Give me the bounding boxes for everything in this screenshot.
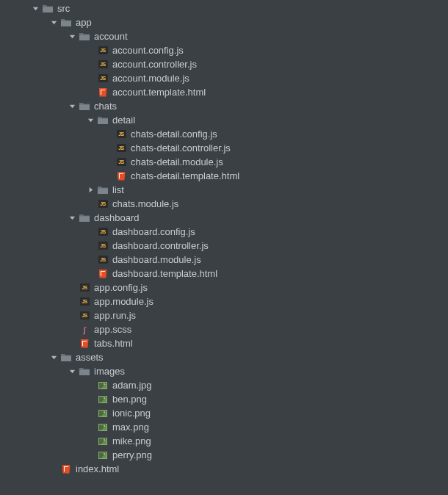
tree-row[interactable]: index.html <box>0 462 448 476</box>
folder-label: detail <box>112 115 135 126</box>
folder-label: account <box>94 31 128 42</box>
folder-icon <box>79 213 90 223</box>
tree-row[interactable]: JSapp.module.js <box>0 295 448 308</box>
tree-row[interactable]: JSdashboard.config.js <box>0 225 448 239</box>
file-label: app.module.js <box>94 296 153 307</box>
file-tree: srcappaccountJSaccount.config.jsJSaccoun… <box>0 1 448 476</box>
tree-row[interactable]: JSchats.module.js <box>0 197 448 211</box>
chevron-down-icon[interactable] <box>49 354 58 361</box>
file-label: index.html <box>76 463 119 474</box>
file-label: dashboard.config.js <box>112 226 195 237</box>
html-file-icon <box>79 339 90 349</box>
tree-row[interactable]: account <box>0 29 448 43</box>
tree-row[interactable]: JSaccount.module.js <box>0 71 448 85</box>
file-label: tabs.html <box>94 338 133 349</box>
tree-row[interactable]: ∫app.scss <box>0 322 448 336</box>
file-label: ben.png <box>112 394 147 405</box>
chevron-down-icon[interactable] <box>68 368 76 375</box>
html-file-icon <box>61 464 71 474</box>
file-label: chats-detail.template.html <box>131 170 239 181</box>
file-label: chats-detail.module.js <box>131 156 223 167</box>
tree-row[interactable]: src <box>0 1 448 15</box>
tree-row[interactable]: ionic.png <box>0 406 448 420</box>
js-file-icon: JS <box>79 283 90 293</box>
js-file-icon: JS <box>116 129 126 140</box>
scss-file-icon: ∫ <box>79 325 90 335</box>
js-file-icon: JS <box>116 157 126 167</box>
file-label: adam.jpg <box>112 380 151 391</box>
folder-icon <box>79 101 90 112</box>
file-label: app.run.js <box>94 310 136 321</box>
file-label: account.controller.js <box>112 59 197 70</box>
folder-icon <box>79 366 90 377</box>
js-file-icon: JS <box>116 143 126 153</box>
folder-label: src <box>57 3 70 14</box>
tree-row[interactable]: JSchats-detail.controller.js <box>0 141 448 155</box>
tree-row[interactable]: max.png <box>0 420 448 434</box>
tree-row[interactable]: mike.png <box>0 434 448 448</box>
chevron-down-icon[interactable] <box>31 5 40 12</box>
file-label: chats-detail.controller.js <box>131 142 231 153</box>
folder-label: list <box>112 184 124 195</box>
tree-row[interactable]: dashboard <box>0 211 448 225</box>
file-label: account.module.js <box>112 73 189 84</box>
file-label: chats.module.js <box>112 198 178 209</box>
tree-row[interactable]: JSapp.config.js <box>0 281 448 295</box>
file-label: ionic.png <box>112 408 151 419</box>
tree-row[interactable]: chats-detail.template.html <box>0 169 448 183</box>
tree-row[interactable]: images <box>0 364 448 378</box>
file-label: account.config.js <box>112 45 184 56</box>
tree-row[interactable]: JSdashboard.controller.js <box>0 239 448 253</box>
image-file-icon <box>98 436 108 447</box>
folder-label: dashboard <box>94 212 139 223</box>
image-file-icon <box>98 422 108 433</box>
tree-row[interactable]: JSchats-detail.module.js <box>0 155 448 169</box>
file-label: dashboard.module.js <box>112 254 201 265</box>
html-file-icon <box>116 171 126 181</box>
js-file-icon: JS <box>98 255 108 265</box>
folder-icon <box>98 185 108 195</box>
tree-row[interactable]: perry.png <box>0 448 448 462</box>
html-file-icon <box>98 269 108 279</box>
file-label: dashboard.controller.js <box>112 240 209 251</box>
folder-label: chats <box>94 101 117 112</box>
tree-row[interactable]: detail <box>0 113 448 127</box>
tree-row[interactable]: dashboard.template.html <box>0 267 448 281</box>
js-file-icon: JS <box>79 297 90 307</box>
tree-row[interactable]: tabs.html <box>0 336 448 350</box>
js-file-icon: JS <box>98 227 108 237</box>
tree-row[interactable]: JSdashboard.module.js <box>0 253 448 267</box>
tree-row[interactable]: JSaccount.controller.js <box>0 57 448 71</box>
tree-row[interactable]: adam.jpg <box>0 378 448 392</box>
chevron-down-icon[interactable] <box>86 117 95 123</box>
tree-row[interactable]: JSapp.run.js <box>0 308 448 322</box>
tree-row[interactable]: chats <box>0 99 448 113</box>
js-file-icon: JS <box>98 241 108 251</box>
file-label: mike.png <box>112 436 151 447</box>
js-file-icon: JS <box>98 73 108 84</box>
tree-row[interactable]: JSchats-detail.config.js <box>0 127 448 141</box>
file-label: chats-detail.config.js <box>131 129 217 140</box>
chevron-down-icon[interactable] <box>68 33 76 40</box>
folder-icon <box>43 4 53 14</box>
tree-row[interactable]: list <box>0 183 448 197</box>
file-label: perry.png <box>112 449 152 460</box>
tree-row[interactable]: ben.png <box>0 392 448 406</box>
file-label: account.template.html <box>112 87 206 98</box>
tree-row[interactable]: app <box>0 15 448 29</box>
html-file-icon <box>98 87 108 98</box>
js-file-icon: JS <box>98 59 108 70</box>
tree-row[interactable]: assets <box>0 350 448 364</box>
folder-label: assets <box>76 352 104 363</box>
folder-icon <box>61 18 71 28</box>
folder-label: images <box>94 366 125 377</box>
chevron-right-icon[interactable] <box>86 187 95 193</box>
tree-row[interactable]: JSaccount.config.js <box>0 43 448 57</box>
chevron-down-icon[interactable] <box>68 214 76 221</box>
folder-label: app <box>76 17 92 28</box>
image-file-icon <box>98 408 108 419</box>
tree-row[interactable]: account.template.html <box>0 85 448 99</box>
chevron-down-icon[interactable] <box>49 19 58 26</box>
file-label: dashboard.template.html <box>112 268 217 279</box>
chevron-down-icon[interactable] <box>68 103 76 109</box>
